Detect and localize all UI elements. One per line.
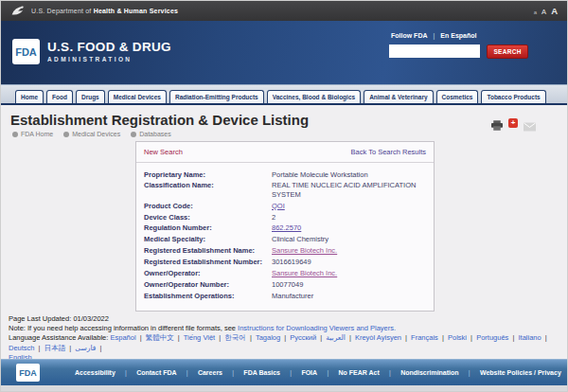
font-size-control-2[interactable]: A — [551, 6, 558, 16]
language-link-fran-ais[interactable]: Français — [411, 333, 438, 342]
breadcrumb-link-databases[interactable]: Databases — [131, 131, 170, 137]
nav-tab-medical-devices[interactable]: Medical Devices — [108, 90, 167, 103]
email-icon[interactable] — [524, 118, 536, 128]
language-assistance-label: Language Assistance Available: — [9, 333, 108, 342]
footer-link-contact-fda[interactable]: Contact FDA — [136, 369, 176, 376]
detail-value: Sansure Biotech Inc. — [272, 269, 426, 277]
breadcrumb-link-medical-devices[interactable]: Medical Devices — [63, 131, 120, 137]
detail-label: Proprietary Name: — [144, 170, 265, 179]
language-separator: | — [347, 333, 353, 342]
detail-label: Establishment Operations: — [144, 292, 265, 300]
detail-label: Owner/Operator Number: — [144, 280, 265, 289]
language-link-deutsch[interactable]: Deutsch — [9, 344, 35, 352]
device-detail-table: Proprietary Name:Portable Molecule Works… — [136, 163, 434, 311]
header-links: Follow FDA|En Español — [391, 32, 476, 39]
nav-tab-drugs[interactable]: Drugs — [76, 90, 105, 103]
back-to-search-results-link[interactable]: Back To Search Results — [351, 148, 426, 156]
follow-fda-link[interactable]: Follow FDA — [391, 32, 428, 39]
footer-link-foia[interactable]: FOIA — [301, 369, 317, 376]
language-separator: | — [138, 333, 144, 342]
detail-value: 862.2570 — [272, 223, 426, 232]
detail-value-link[interactable]: Sansure Biotech Inc. — [272, 246, 337, 255]
language-link-[interactable]: 繁體中文 — [146, 333, 174, 342]
page-last-updated: Page Last Updated: 01/03/2022 — [9, 314, 109, 323]
font-size-control-0[interactable]: a — [534, 9, 537, 15]
new-search-link[interactable]: New Search — [144, 148, 183, 156]
detail-label: Classification Name: — [144, 181, 265, 199]
detail-value: QOI — [272, 202, 426, 210]
language-separator: | — [318, 333, 324, 342]
detail-label: Regulation Number: — [144, 223, 265, 232]
language-link-tagalog[interactable]: Tagalog — [256, 333, 280, 342]
breadcrumb-label: FDA Home — [21, 131, 53, 137]
footer-link-nondiscrimination[interactable]: Nondiscrimination — [400, 369, 458, 376]
nav-tab-cosmetics[interactable]: Cosmetics — [436, 90, 479, 103]
language-separator: | — [217, 333, 222, 342]
en-espanol-link[interactable]: En Español — [440, 32, 476, 39]
detail-value-link[interactable]: 862.2570 — [272, 223, 301, 232]
breadcrumb-label: Databases — [139, 131, 170, 137]
language-link-krey-l-ayisyen[interactable]: Kreyòl Ayisyen — [355, 333, 401, 342]
printer-icon[interactable] — [491, 117, 503, 128]
breadcrumb-bullet-icon — [12, 132, 18, 137]
table-row: Registered Establishment Number:30166196… — [144, 258, 426, 266]
breadcrumb-bullet-icon — [131, 132, 136, 137]
breadcrumb: FDA HomeMedical DevicesDatabases — [12, 131, 171, 137]
fda-site-title: U.S. FOOD & DRUG ADMINISTRATION — [47, 40, 171, 62]
language-separator: | — [403, 333, 409, 342]
footer-link-separator: | — [327, 369, 328, 376]
footer-link-accessibility[interactable]: Accessibility — [75, 369, 115, 376]
font-size-controls: aAA — [534, 6, 558, 16]
footer-link-no-fear-act[interactable]: No FEAR Act — [338, 369, 379, 376]
nav-tab-vaccines-blood-biologics[interactable]: Vaccines, Blood & Biologics — [267, 90, 361, 103]
footer-link-separator: | — [186, 369, 188, 376]
detail-value-link[interactable]: QOI — [272, 202, 285, 210]
language-link-polski[interactable]: Polski — [448, 333, 467, 342]
footer-link-fda-basics[interactable]: FDA Basics — [243, 369, 280, 376]
nav-tab-radiation-emitting-products[interactable]: Radiation-Emitting Products — [169, 90, 264, 103]
footer-fda-logo-text: FDA — [19, 368, 37, 378]
language-link-[interactable]: 日本語 — [44, 344, 66, 352]
nav-tab-animal-veterinary[interactable]: Animal & Veterinary — [364, 90, 433, 103]
header-search-button[interactable]: SEARCH — [487, 45, 528, 59]
detail-value-link[interactable]: Sansure Biotech Inc. — [272, 269, 337, 277]
table-row: Establishment Operations:Manufacturer — [144, 292, 426, 300]
detail-value: 2 — [272, 213, 426, 222]
detail-label: Medical Specialty: — [144, 235, 265, 243]
nav-tab-food[interactable]: Food — [46, 90, 73, 103]
footer-link-careers[interactable]: Careers — [198, 369, 222, 376]
fda-logo-text: FDA — [15, 46, 37, 58]
table-row: Classification Name:REAL TIME NUCLEIC AC… — [144, 181, 426, 199]
table-row: Medical Specialty:Clinical Chemistry — [144, 235, 426, 243]
share-icon[interactable]: + — [508, 118, 518, 128]
primary-nav-bar: HomeFoodDrugsMedical DevicesRadiation-Em… — [1, 84, 567, 105]
language-link-espa-ol[interactable]: Español — [110, 333, 135, 342]
nav-tab-home[interactable]: Home — [15, 90, 44, 103]
language-link-[interactable]: 한국어 — [224, 333, 246, 342]
language-link-italiano[interactable]: Italiano — [518, 333, 541, 342]
footer-link-website-policies-privacy[interactable]: Website Policies / Privacy — [480, 369, 561, 376]
footer-link-separator: | — [125, 369, 127, 376]
language-separator: | — [510, 333, 516, 342]
downloading-viewers-link[interactable]: Instructions for Downloading Viewers and… — [238, 324, 396, 332]
header-search-input[interactable] — [389, 45, 480, 58]
table-row: Owner/Operator Number:10077049 — [144, 280, 426, 289]
language-separator: | — [440, 333, 446, 342]
language-link-[interactable]: Русский — [290, 333, 316, 342]
detail-label: Device Class: — [144, 213, 265, 222]
detail-value: Manufacturer — [272, 292, 426, 300]
footer-fda-logo[interactable]: FDA — [16, 364, 40, 382]
language-link-ti-ng-vi-t[interactable]: Tiếng Việt — [184, 333, 215, 342]
hhs-eagle-logo-icon — [10, 5, 26, 17]
language-link-portugu-s[interactable]: Português — [476, 333, 508, 342]
font-size-control-1[interactable]: A — [541, 8, 546, 16]
nav-tab-tobacco-products[interactable]: Tobacco Products — [481, 90, 545, 103]
language-link-[interactable]: فارسی — [75, 344, 96, 352]
fda-header: FDA U.S. FOOD & DRUG ADMINISTRATION Foll… — [1, 21, 567, 84]
page-title: Establishment Registration & Device List… — [10, 112, 309, 128]
hhs-department-label: U.S. Department of Health & Human Servic… — [31, 8, 178, 14]
language-separator: | — [469, 333, 474, 342]
language-link-[interactable]: العربية — [326, 333, 346, 342]
fda-logo[interactable]: FDA — [12, 39, 40, 64]
breadcrumb-link-fda-home[interactable]: FDA Home — [12, 131, 53, 137]
